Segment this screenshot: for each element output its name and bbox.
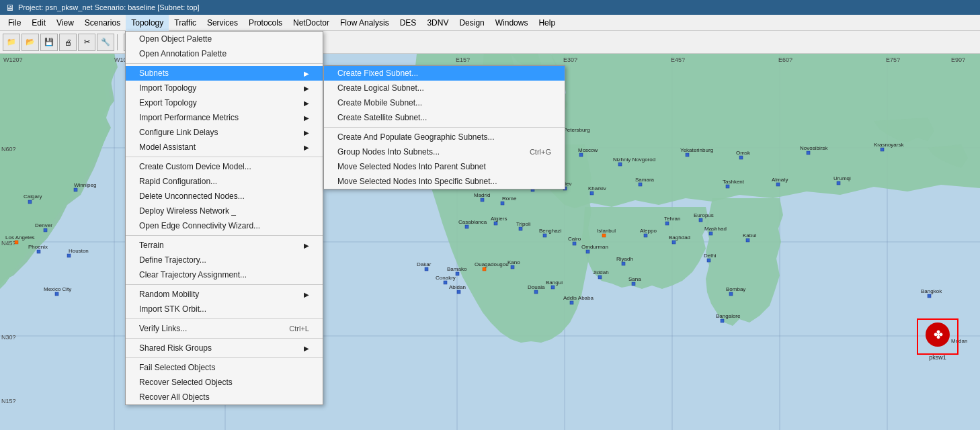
menu-flowanalysis[interactable]: Flow Analysis bbox=[335, 15, 395, 31]
svg-rect-115 bbox=[425, 267, 428, 271]
svg-text:Casablanca: Casablanca bbox=[458, 219, 487, 225]
group-nodes-subnets[interactable]: Group Nodes Into Subnets... Ctrl+G bbox=[324, 144, 565, 159]
sep5 bbox=[126, 318, 323, 319]
toolbar-btn-4[interactable]: 🖨 bbox=[59, 34, 77, 51]
titlebar: 🖥 Project: psn_pksw_net Scenario: baseli… bbox=[0, 0, 980, 15]
menu-design[interactable]: Design bbox=[454, 15, 489, 31]
open-annotation-palette[interactable]: Open Annotation Palette bbox=[126, 46, 323, 61]
move-parent-subnet[interactable]: Move Selected Nodes Into Parent Subnet bbox=[324, 159, 565, 174]
svg-text:Kano: Kano bbox=[507, 259, 520, 265]
svg-rect-31 bbox=[15, 241, 18, 244]
svg-text:Winnipeg: Winnipeg bbox=[74, 182, 96, 188]
menu-protocols[interactable]: Protocols bbox=[243, 15, 288, 31]
menu-edit[interactable]: Edit bbox=[26, 15, 51, 31]
svg-text:Almaty: Almaty bbox=[772, 177, 788, 183]
svg-rect-93 bbox=[665, 222, 669, 225]
import-perf-arrow: ▶ bbox=[304, 114, 309, 122]
configure-delays-item[interactable]: Configure Link Delays ▶ bbox=[126, 125, 323, 140]
model-assistant-item[interactable]: Model Assistant ▶ bbox=[126, 140, 323, 155]
svg-text:Algiers: Algiers bbox=[491, 216, 507, 222]
svg-rect-27 bbox=[44, 228, 47, 232]
terrain-item[interactable]: Terrain ▶ bbox=[126, 238, 323, 253]
menu-traffic[interactable]: Traffic bbox=[169, 15, 202, 31]
toolbar-btn-3[interactable]: 💾 bbox=[40, 34, 58, 51]
import-stk-item[interactable]: Import STK Orbit... bbox=[126, 302, 323, 316]
svg-text:Ouagadougou: Ouagadougou bbox=[475, 261, 509, 267]
svg-text:Sana: Sana bbox=[628, 276, 641, 282]
export-topology-item[interactable]: Export Topology ▶ bbox=[126, 95, 323, 110]
menu-services[interactable]: Services bbox=[202, 15, 243, 31]
svg-text:Baghdad: Baghdad bbox=[669, 234, 690, 241]
svg-text:Tripoli: Tripoli bbox=[516, 221, 531, 227]
svg-text:Houston: Houston bbox=[69, 248, 89, 254]
import-perf-item[interactable]: Import Performance Metrics ▶ bbox=[126, 110, 323, 125]
menu-des[interactable]: DES bbox=[395, 15, 422, 31]
create-custom-item[interactable]: Create Custom Device Model... bbox=[126, 159, 323, 174]
svg-rect-33 bbox=[67, 254, 71, 257]
svg-rect-129 bbox=[551, 286, 555, 289]
create-mobile-subnet[interactable]: Create Mobile Subnet... bbox=[324, 95, 565, 110]
open-object-palette[interactable]: Open Object Palette bbox=[126, 32, 323, 46]
svg-rect-105 bbox=[699, 218, 702, 222]
svg-text:Dakar: Dakar bbox=[417, 261, 432, 267]
menu-scenarios[interactable]: Scenarios bbox=[79, 15, 126, 31]
svg-text:Mashhad: Mashhad bbox=[704, 226, 727, 232]
sep2 bbox=[126, 157, 323, 157]
svg-rect-117 bbox=[444, 281, 447, 284]
menu-netdoctor[interactable]: NetDoctor bbox=[288, 15, 335, 31]
shared-risk-item[interactable]: Shared Risk Groups ▶ bbox=[126, 341, 323, 355]
toolbar-btn-2[interactable]: 📂 bbox=[22, 34, 39, 51]
svg-rect-99 bbox=[707, 259, 710, 262]
menu-windows[interactable]: Windows bbox=[490, 15, 534, 31]
subnets-item[interactable]: Subnets ▶ bbox=[126, 66, 323, 81]
import-topology-item[interactable]: Import Topology ▶ bbox=[126, 81, 323, 95]
svg-text:Medan: Medan bbox=[951, 338, 967, 344]
toolbar-btn-6[interactable]: 🔧 bbox=[97, 34, 114, 51]
menu-help[interactable]: Help bbox=[533, 15, 561, 31]
create-logical-subnet[interactable]: Create Logical Subnet... bbox=[324, 81, 565, 95]
create-fixed-subnet[interactable]: Create Fixed Subnet... bbox=[324, 66, 565, 81]
fail-selected-item[interactable]: Fail Selected Objects bbox=[126, 360, 323, 375]
svg-text:Denver: Denver bbox=[35, 222, 52, 228]
delete-unconnected-item[interactable]: Delete Unconnected Nodes... bbox=[126, 189, 323, 204]
titlebar-icon: 🖥 bbox=[5, 3, 14, 13]
menu-3dnv[interactable]: 3DNV bbox=[421, 15, 454, 31]
sep7 bbox=[126, 357, 323, 358]
svg-text:Novosibirsk: Novosibirsk bbox=[800, 145, 828, 151]
svg-rect-55 bbox=[807, 151, 810, 155]
svg-text:Omdurman: Omdurman bbox=[581, 244, 608, 250]
clear-trajectory-item[interactable]: Clear Trajectory Assignment... bbox=[126, 267, 323, 282]
menu-file[interactable]: File bbox=[3, 15, 26, 31]
create-satellite-subnet[interactable]: Create Satellite Subnet... bbox=[324, 110, 565, 125]
svg-text:Madrid: Madrid bbox=[474, 192, 490, 198]
svg-text:Douala: Douala bbox=[528, 284, 545, 290]
toolbar-btn-5[interactable]: ✂ bbox=[78, 34, 95, 51]
menu-view[interactable]: View bbox=[51, 15, 79, 31]
svg-rect-125 bbox=[511, 265, 514, 269]
recover-all-item[interactable]: Recover All Objects bbox=[126, 390, 323, 404]
svg-text:Benghazi: Benghazi bbox=[539, 228, 562, 234]
svg-rect-95 bbox=[709, 232, 712, 235]
svg-text:E75?: E75? bbox=[886, 56, 900, 63]
svg-rect-75 bbox=[837, 181, 840, 185]
recover-selected-item[interactable]: Recover Selected Objects bbox=[126, 375, 323, 390]
svg-rect-23 bbox=[28, 200, 32, 204]
svg-rect-73 bbox=[776, 183, 780, 186]
verify-links-item[interactable]: Verify Links... Ctrl+L bbox=[126, 321, 323, 336]
edge-wizard-item[interactable]: Open Edge Connectivity Wizard... bbox=[126, 218, 323, 233]
define-trajectory-item[interactable]: Define Trajectory... bbox=[126, 253, 323, 267]
svg-text:Addis Ababa: Addis Ababa bbox=[563, 295, 594, 301]
create-geographic-subnets[interactable]: Create And Populate Geographic Subnets..… bbox=[324, 130, 565, 144]
svg-text:Riyadh: Riyadh bbox=[616, 256, 633, 262]
svg-rect-83 bbox=[543, 234, 546, 237]
random-mobility-item[interactable]: Random Mobility ▶ bbox=[126, 287, 323, 302]
svg-text:Nizhniy Novgorod: Nizhniy Novgorod bbox=[613, 157, 655, 163]
subnets-submenu: Create Fixed Subnet... Create Logical Su… bbox=[323, 65, 565, 189]
deploy-wireless-item[interactable]: Deploy Wireless Network _ bbox=[126, 204, 323, 218]
toolbar-btn-1[interactable]: 📁 bbox=[3, 34, 20, 51]
menu-topology[interactable]: Topology bbox=[126, 15, 169, 31]
move-specific-subnet[interactable]: Move Selected Nodes Into Specific Subnet… bbox=[324, 174, 565, 189]
svg-rect-109 bbox=[598, 275, 602, 279]
svg-text:Bombay: Bombay bbox=[726, 286, 745, 292]
rapid-config-item[interactable]: Rapid Configuration... bbox=[126, 174, 323, 189]
